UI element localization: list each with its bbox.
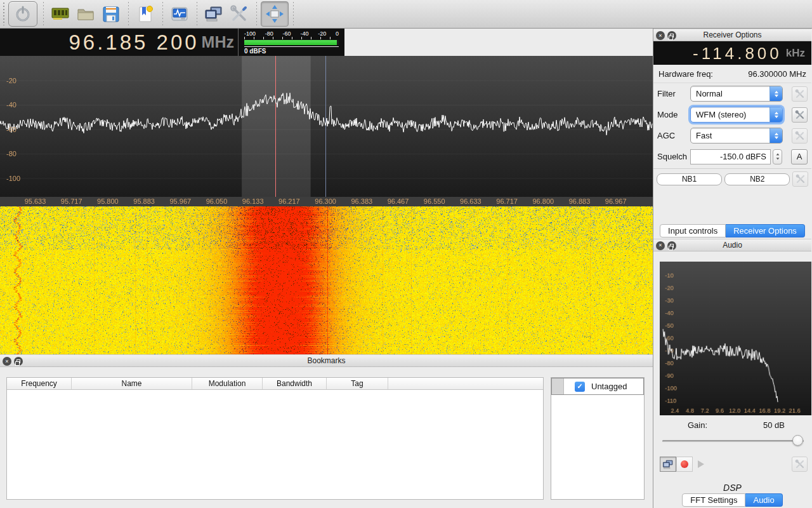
play-icon (698, 460, 704, 468)
squelch-spinner[interactable] (773, 149, 782, 164)
nb2-button[interactable]: NB2 (724, 173, 790, 185)
toolbar-separator (128, 2, 129, 26)
bookmarks-button[interactable] (133, 2, 158, 26)
audio-options-button[interactable] (792, 457, 808, 472)
offset-digits[interactable]: -114.800 (693, 45, 782, 62)
audio-tab-bar: FFT SettingsAudio (653, 493, 811, 507)
freq-axis-label: 96.550 (424, 197, 445, 205)
meter-bar-track (244, 40, 339, 45)
tab-audio[interactable]: Audio (745, 493, 782, 507)
mode-options-button[interactable] (792, 107, 808, 123)
tab-fft-settings[interactable]: FFT Settings (682, 493, 745, 507)
freq-axis-label: 95.633 (25, 197, 46, 205)
freq-axis-label: 96.383 (351, 197, 372, 205)
tools-button[interactable] (226, 2, 252, 26)
gain-row: Gain: 50 dB (653, 417, 811, 433)
frequency-digits[interactable]: 96.185 200 (69, 32, 199, 53)
close-icon[interactable]: × (656, 31, 665, 40)
open-file-button[interactable] (73, 2, 98, 26)
save-file-button[interactable] (98, 2, 124, 26)
record-icon (681, 460, 688, 468)
pan-arrows-icon (264, 3, 285, 25)
column-header-name[interactable]: Name (72, 378, 192, 389)
filter-options-button[interactable] (792, 86, 808, 102)
toolbar-drag-handle[interactable] (1, 3, 7, 25)
close-icon[interactable]: × (3, 357, 11, 366)
meter-scale-label: -60 (283, 30, 291, 37)
column-header-frequency[interactable]: Frequency (7, 378, 72, 389)
freq-axis-label: 96.967 (605, 197, 627, 205)
bookmarks-table[interactable]: FrequencyNameModulationBandwidthTag (6, 377, 544, 500)
audio-fft-plot[interactable] (660, 262, 811, 415)
tab-receiver-options[interactable]: Receiver Options (726, 224, 805, 237)
mode-select[interactable]: WFM (stereo) (690, 107, 783, 123)
frequency-display[interactable]: 96.185 200 MHz (0, 29, 238, 56)
tag-checkbox[interactable]: ✓ (575, 382, 585, 392)
frequency-axis[interactable]: 95.63395.71795.80095.88395.96796.05096.1… (0, 197, 653, 206)
bookmarks-titlebar: × Bookmarks (0, 354, 653, 367)
audio-udp-stream-button[interactable] (660, 457, 676, 472)
main-toolbar (0, 0, 812, 29)
column-header-tag[interactable]: Tag (327, 378, 388, 389)
tab-input-controls[interactable]: Input controls (660, 224, 726, 237)
tag-color-swatch[interactable] (552, 378, 564, 394)
spectrum-plot[interactable] (0, 56, 653, 197)
nb-options-button[interactable] (792, 171, 808, 187)
waterfall-display[interactable] (0, 206, 653, 354)
dsp-display-button[interactable] (167, 2, 192, 26)
gain-slider-track[interactable] (662, 440, 804, 442)
audio-buttons-row (660, 455, 808, 474)
wrench-icon (795, 110, 805, 120)
frequency-unit: MHz (202, 34, 234, 50)
bookmarks-table-header: FrequencyNameModulationBandwidthTag (7, 378, 543, 390)
freq-axis-label: 95.800 (97, 197, 119, 205)
computers-icon (662, 458, 674, 471)
toolbar-separator (196, 2, 197, 26)
freq-axis-label: 96.133 (242, 197, 264, 205)
agc-row: AGC Fast (653, 125, 811, 146)
offset-frequency-display[interactable]: -114.800 kHz (653, 41, 811, 65)
meter-scale-label: 0 (336, 30, 339, 37)
column-header-bandwidth[interactable]: Bandwidth (263, 378, 327, 389)
remote-control-button[interactable] (201, 2, 226, 26)
filter-row: Filter Normal (653, 83, 811, 104)
floppy-disk-icon (101, 4, 121, 24)
hardware-freq-label: Hardware freq: (658, 69, 713, 79)
detach-icon[interactable] (667, 241, 676, 250)
bookmarks-body: FrequencyNameModulationBandwidthTag ✓Unt… (0, 367, 653, 508)
soundcard-icon (50, 4, 70, 24)
io-devices-button[interactable] (48, 2, 73, 26)
pan-view-button[interactable] (261, 1, 289, 27)
audio-record-button[interactable] (676, 457, 693, 472)
toolbar-filler (344, 29, 653, 56)
mode-row: Mode WFM (stereo) (653, 104, 811, 125)
power-button[interactable] (8, 1, 37, 27)
squelch-row: Squelch -150.0 dBFS A (653, 146, 811, 167)
filter-select[interactable]: Normal (690, 86, 783, 102)
nb1-button[interactable]: NB1 (657, 173, 722, 185)
bookmark-tags-list[interactable]: ✓Untagged (551, 377, 645, 500)
gain-slider-knob[interactable] (792, 435, 803, 446)
squelch-input[interactable]: -150.0 dBFS (690, 149, 771, 164)
column-header-modulation[interactable]: Modulation (192, 378, 263, 389)
tag-label: Untagged (591, 382, 627, 391)
meter-scale-label: -20 (318, 30, 326, 37)
agc-select[interactable]: Fast (690, 128, 783, 144)
auto-squelch-button[interactable]: A (791, 149, 808, 164)
tag-row[interactable]: ✓Untagged (551, 378, 644, 395)
wrench-icon (795, 131, 805, 141)
receiver-options-titlebar: × Receiver Options (653, 29, 811, 41)
toolbar-separator (292, 2, 294, 26)
detach-icon[interactable] (667, 31, 676, 40)
agc-options-button[interactable] (792, 128, 808, 144)
toolbar-separator (256, 2, 257, 26)
bookmarks-table-rows[interactable] (7, 390, 543, 499)
gain-slider[interactable] (662, 434, 804, 447)
power-icon (13, 4, 32, 23)
detach-icon[interactable] (14, 357, 23, 366)
oscilloscope-icon (169, 4, 190, 24)
freq-axis-label: 96.217 (278, 197, 300, 205)
combo-arrows-icon (769, 107, 782, 122)
audio-play-button[interactable] (693, 457, 709, 472)
close-icon[interactable]: × (656, 241, 665, 250)
